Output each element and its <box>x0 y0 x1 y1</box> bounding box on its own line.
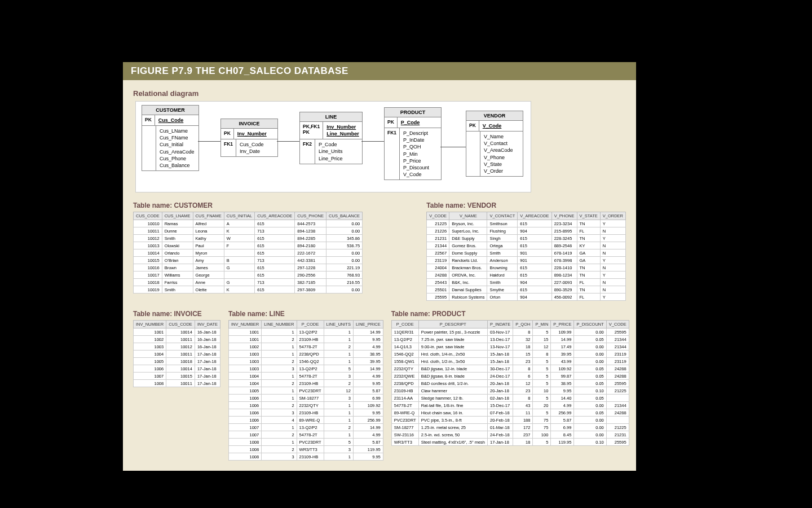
customer-table-caption: Table name: CUSTOMER <box>133 202 363 209</box>
vendor-table-block: Table name: VENDOR V_CODEV_NAMEV_CONTACT… <box>426 200 626 301</box>
invoice-table-block: Table name: INVOICE INV_NUMBERCUS_CODEIN… <box>133 309 220 387</box>
entity-invoice-fk-label: FK1 <box>221 139 236 156</box>
customer-table-block: Table name: CUSTOMER CUS_CODECUS_LNAMECU… <box>133 200 363 301</box>
entity-invoice-pk-attr: Inv_Number <box>237 130 267 137</box>
entity-line-pk-attr2: Line_Number <box>326 130 359 137</box>
invoice-table-caption: Table name: INVOICE <box>133 310 220 318</box>
entity-product-attrs: P_DescriptP_InDateP_QOHP_MinP_PriceP_Dis… <box>400 128 433 179</box>
figure-title: FIGURE P7.9 THE CH07_SALECO DATABASE <box>123 62 636 80</box>
customer-table: CUS_CODECUS_LNAMECUS_FNAMECUS_INITIALCUS… <box>133 212 363 294</box>
entity-product-title: PRODUCT <box>385 108 441 117</box>
entity-vendor-pk-label: PK <box>466 121 479 131</box>
entity-vendor-title: VENDOR <box>466 111 523 121</box>
conn-invoice-line <box>277 141 299 142</box>
entity-vendor-attrs: V_NameV_ContactV_AreaCodeV_PhoneV_StateV… <box>480 132 517 176</box>
entity-customer-title: CUSTOMER <box>142 106 198 115</box>
relational-diagram: CUSTOMER PK Cus_Code Cus_LNameCus_FNameC… <box>135 101 531 192</box>
vendor-table: V_CODEV_NAMEV_CONTACTV_AREACODEV_PHONEV_… <box>426 212 626 301</box>
entity-product: PRODUCT PK P_Code FK1 P_DescriptP_InDate… <box>384 107 442 180</box>
product-table-block: Table name: PRODUCT P_CODEP_DESCRIPTP_IN… <box>391 309 629 446</box>
entity-line-fk-label: FK2 <box>300 139 315 163</box>
entity-line-pk-attr1: Inv_Number <box>326 124 359 130</box>
entity-line: LINE PK,FK1 PK Inv_Number Line_Number FK… <box>299 112 363 164</box>
invoice-table: INV_NUMBERCUS_CODEINV_DATE10011001416-Ja… <box>133 320 220 387</box>
conn-line-product <box>361 141 384 142</box>
entity-line-pk1-label: PK,FK1 <box>303 124 320 129</box>
entity-line-title: LINE <box>300 112 362 122</box>
entity-customer: CUSTOMER PK Cus_Code Cus_LNameCus_FNameC… <box>142 105 199 171</box>
entity-line-attrs: P_CodeLine_UnitsLine_Price <box>315 139 346 163</box>
entity-vendor-pk-attr: V_Code <box>483 122 502 129</box>
entity-invoice-title: INVOICE <box>221 119 277 129</box>
relational-diagram-label: Relational diagram <box>133 89 626 98</box>
product-table-caption: Table name: PRODUCT <box>391 310 629 318</box>
entity-product-pk-attr: P_Code <box>401 119 420 126</box>
entity-product-pk-label: PK <box>385 117 398 128</box>
line-table: INV_NUMBERLINE_NUMBERP_CODELINE_UNITSLIN… <box>228 320 383 461</box>
entity-product-fk-label: FK1 <box>385 128 400 179</box>
conn-customer-invoice <box>198 141 220 142</box>
entity-invoice: INVOICE PK Inv_Number FK1 Cus_CodeInv_Da… <box>220 119 278 157</box>
product-table: P_CODEP_DESCRIPTP_INDATEP_QOHP_MINP_PRIC… <box>391 320 629 446</box>
line-table-block: Table name: LINE INV_NUMBERLINE_NUMBERP_… <box>228 309 383 461</box>
entity-vendor: VENDOR PK V_Code V_NameV_ContactV_AreaCo… <box>466 111 523 177</box>
entity-invoice-pk-label: PK <box>221 129 234 139</box>
figure-page: FIGURE P7.9 THE CH07_SALECO DATABASE Rel… <box>123 62 636 471</box>
conn-product-vendor <box>440 147 466 147</box>
figure-content: Relational diagram CUSTOMER PK Cus_Code … <box>123 80 636 471</box>
vendor-table-caption: Table name: VENDOR <box>426 202 626 209</box>
entity-customer-attrs: Cus_LNameCus_FNameCus_InitialCus_AreaCod… <box>156 126 198 170</box>
entity-line-pk2-label: PK <box>303 129 320 135</box>
entity-customer-pk-label: PK <box>142 115 155 125</box>
entity-customer-pk-attr: Cus_Code <box>158 117 184 124</box>
line-table-caption: Table name: LINE <box>228 310 383 318</box>
entity-invoice-attrs: Cus_CodeInv_Date <box>236 139 267 156</box>
